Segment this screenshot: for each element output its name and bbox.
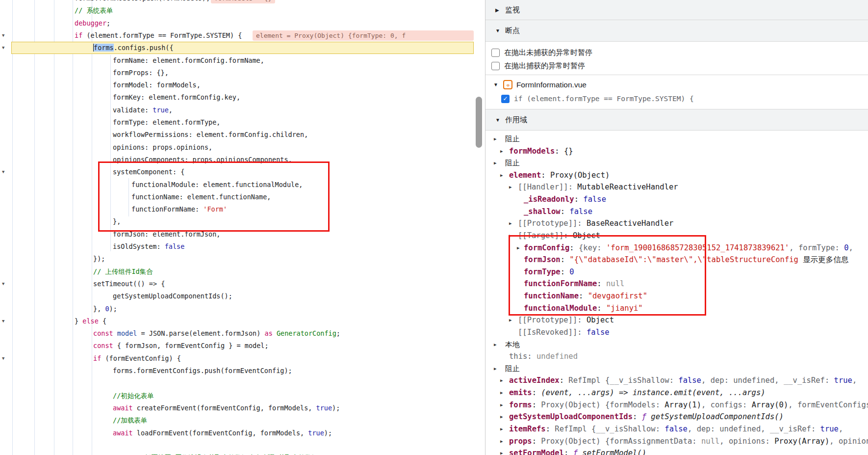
breakpoint-entry[interactable]: ✓ if (element.formType == FormType.SYSTE…	[485, 92, 868, 106]
scope-row[interactable]: ▶本地	[485, 339, 868, 351]
scope-row[interactable]: _shallow: false	[485, 206, 868, 218]
pause-caught-checkbox[interactable]	[491, 62, 500, 70]
disclosure-arrow-icon[interactable]: ▶	[509, 217, 511, 230]
scope-row[interactable]: ▶[[Handler]]: MutableReactiveHandler	[485, 181, 868, 193]
code-line: ▼if (element.formType == FormType.SYSTEM…	[0, 29, 475, 42]
pause-uncaught-checkbox[interactable]	[491, 49, 500, 57]
scope-row-content: getSystemUploadComponentIds: ƒ getSystem…	[485, 411, 784, 423]
scrollbar-thumb[interactable]	[476, 97, 482, 148]
disclosure-arrow-icon[interactable]: ▶	[494, 363, 496, 375]
chevron-right-icon[interactable]: ▶	[495, 7, 503, 13]
scope-row[interactable]: ▶getSystemUploadComponentIds: ƒ getSyste…	[485, 411, 868, 423]
annotation-red-box-code	[98, 161, 330, 232]
code-token: );	[109, 305, 117, 313]
code-token: });	[93, 255, 105, 263]
code-token: 0	[105, 305, 109, 313]
disclosure-arrow-icon[interactable]: ▶	[500, 447, 503, 455]
chevron-down-icon[interactable]: ▼	[495, 28, 503, 33]
code-token: // 上传组件Id集合	[93, 268, 153, 275]
scope-row[interactable]: ▶activeIndex: RefImpl {__v_isShallow: fa…	[485, 375, 868, 387]
variable-value: ƒ	[642, 412, 651, 421]
variable-value: false	[587, 328, 610, 337]
scope-row-content: setFormModel: ƒ setFormModel()	[485, 447, 646, 455]
code-line: formType: element.formType,	[0, 116, 475, 129]
code-token: (formEventConfig) {	[101, 354, 181, 362]
variable-value	[798, 255, 803, 264]
code-text: validate: true,	[0, 104, 475, 116]
show-more-link[interactable]: 显示更多信息	[803, 255, 848, 264]
scope-row[interactable]: ▶[[Prototype]]: Object	[485, 314, 868, 326]
scope-row[interactable]: ▶props: Proxy(Object) {formAssignmentDat…	[485, 435, 868, 448]
scope-row[interactable]: ▶[[Prototype]]: BaseReactiveHandler	[485, 217, 868, 230]
code-text: await createFormEvent(formEventConfig, f…	[0, 402, 475, 414]
breakpoints-section-label: 断点	[505, 26, 520, 35]
scope-row[interactable]: ▶阻止	[485, 157, 868, 169]
scope-row[interactable]: ▶itemRefs: RefImpl {__v_isShallow: false…	[485, 423, 868, 435]
code-token: //加载表单	[113, 416, 147, 424]
breakpoints-section-header[interactable]: ▼ 断点	[485, 20, 868, 42]
code-token: workflowPermissions: element.formConfig.…	[113, 131, 308, 138]
disclosure-arrow-icon[interactable]: ▶	[509, 314, 511, 326]
variable-value: ,	[852, 376, 862, 385]
variable-name: getSystemUploadComponentIds	[509, 412, 633, 421]
scope-row[interactable]: ▶emits: (event, ...args) => instance.emi…	[485, 387, 868, 399]
watch-section-label: 监视	[505, 5, 520, 15]
disclosure-arrow-icon[interactable]: ▶	[500, 435, 503, 448]
scope-row[interactable]: ▶阻止	[485, 133, 868, 145]
scope-row[interactable]: ▶阻止	[485, 363, 868, 375]
code-line: // 上传组件Id集合	[0, 266, 475, 278]
scope-row[interactable]: ▶setFormModel: ƒ setFormModel()	[485, 447, 868, 455]
scope-section-header[interactable]: ▼ 作用域	[485, 109, 868, 131]
scope-row[interactable]: _isReadonly: false	[485, 193, 868, 206]
disclosure-arrow-icon[interactable]: ▶	[500, 423, 503, 435]
disclosure-arrow-icon[interactable]: ▶	[509, 181, 511, 193]
variable-name: 阻止	[505, 159, 520, 167]
variable-name: element	[509, 171, 541, 180]
scope-row-content: this: undefined	[485, 350, 578, 363]
code-token: true	[316, 404, 332, 412]
code-text: const { formJson, formEventConfig } = mo…	[0, 340, 475, 352]
variable-name: [[Prototype]]	[518, 219, 577, 228]
code-token: await	[113, 404, 133, 412]
scope-row[interactable]: ▶formModels: {}	[485, 145, 868, 158]
variable-value: ƒ	[573, 449, 583, 455]
scope-row[interactable]: this: undefined	[485, 350, 868, 363]
code-token: {	[99, 317, 106, 325]
disclosure-arrow-icon[interactable]: ▶	[500, 411, 503, 423]
breakpoint-enabled-checkbox[interactable]: ✓	[501, 95, 510, 103]
code-token: getSystemUploadComponentIds();	[113, 292, 232, 300]
code-token: else	[82, 317, 99, 325]
code-token: formProps: {},	[113, 69, 169, 77]
code-text: formKey: element.formConfig.key,	[0, 91, 475, 104]
name-value-separator: :	[555, 147, 564, 156]
code-text: //TODO: 暂不放开 工作流没有获取表单数据这个步骤 获取表单数据	[0, 452, 475, 455]
code-text: if (formEventConfig) {	[0, 352, 475, 365]
code-text: forms.formEventConfigs.push(formEventCon…	[0, 365, 475, 377]
disclosure-arrow-icon[interactable]: ▶	[494, 157, 496, 169]
code-line: //TODO: 暂不放开 工作流没有获取表单数据这个步骤 获取表单数据	[0, 452, 475, 455]
scope-row-content: _isReadonly: false	[485, 193, 606, 206]
scope-row-content: element: Proxy(Object)	[485, 169, 610, 182]
disclosure-arrow-icon[interactable]: ▶	[500, 169, 503, 182]
disclosure-arrow-icon[interactable]: ▶	[494, 133, 496, 145]
disclosure-arrow-icon[interactable]: ▶	[500, 399, 503, 411]
disclosure-arrow-icon[interactable]: ▶	[500, 387, 503, 399]
code-line: getSystemUploadComponentIds();	[0, 290, 475, 303]
code-text: }, 0);	[0, 303, 475, 315]
breakpoint-file-group[interactable]: ▼ ‹› FormInformation.vue	[485, 78, 868, 92]
scope-row[interactable]: ▶element: Proxy(Object)	[485, 169, 868, 182]
code-token: );	[332, 404, 340, 412]
pause-caught-row: 在抛出捕获的异常时暂停	[485, 59, 868, 73]
divider	[485, 75, 868, 75]
disclosure-arrow-icon[interactable]: ▶	[500, 375, 503, 387]
variable-name: setFormModel	[509, 449, 564, 455]
scope-row[interactable]: [[IsRevoked]]: false	[485, 326, 868, 339]
chevron-down-icon[interactable]: ▼	[495, 117, 503, 123]
variable-name: activeIndex	[509, 376, 560, 385]
watch-section-header[interactable]: ▶ 监视	[485, 0, 868, 20]
scope-row[interactable]: ▶forms: Proxy(Object) {formModels: Array…	[485, 399, 868, 411]
disclosure-arrow-icon[interactable]: ▶	[500, 145, 503, 158]
disclosure-arrow-icon[interactable]: ▶	[494, 339, 496, 351]
chevron-down-icon[interactable]: ▼	[493, 82, 498, 87]
code-text: // 上传组件Id集合	[0, 266, 475, 278]
